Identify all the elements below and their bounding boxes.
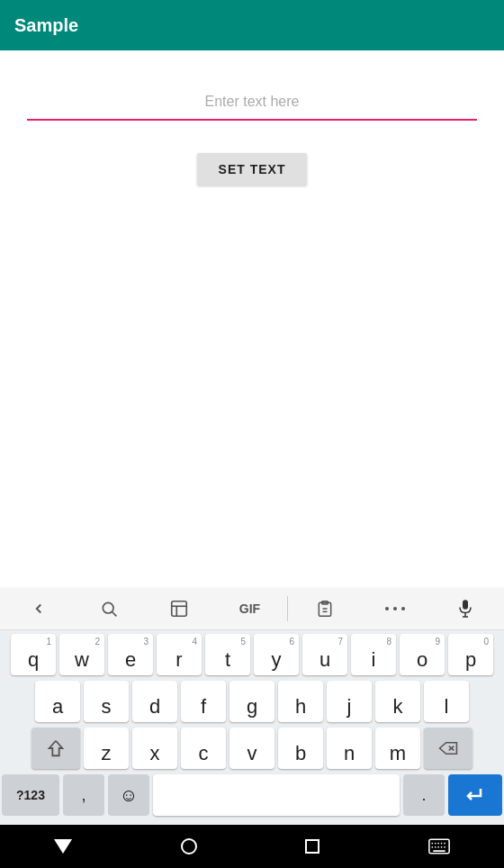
key-h[interactable]: h — [278, 681, 323, 722]
key-sym[interactable]: ?123 — [2, 774, 59, 816]
nav-back-icon — [54, 839, 72, 854]
keyboard-gif-button[interactable]: GIF — [214, 587, 284, 630]
nav-home-icon — [181, 838, 197, 854]
main-content: SET TEXT — [0, 50, 504, 587]
key-backspace[interactable] — [424, 728, 472, 769]
nav-keyboard-button[interactable] — [428, 838, 450, 854]
key-j[interactable]: j — [327, 681, 372, 722]
nav-recents-button[interactable] — [305, 839, 320, 854]
key-i[interactable]: 8i — [351, 634, 396, 675]
key-emoji[interactable]: ☺ — [108, 774, 149, 816]
key-b[interactable]: b — [278, 728, 323, 769]
nav-home-button[interactable] — [181, 838, 197, 854]
key-v[interactable]: v — [230, 728, 274, 769]
key-u[interactable]: 7u — [302, 634, 347, 675]
key-comma[interactable]: , — [63, 774, 104, 816]
svg-point-9 — [385, 607, 389, 610]
svg-line-1 — [112, 611, 117, 616]
key-d[interactable]: d — [132, 681, 177, 722]
nav-bar — [0, 825, 504, 868]
svg-rect-2 — [172, 601, 187, 616]
set-text-button[interactable]: SET TEXT — [197, 153, 308, 185]
keyboard-row-4: ?123 , ☺ . — [2, 774, 502, 816]
nav-recents-icon — [305, 839, 320, 854]
input-underline — [27, 119, 477, 121]
key-n[interactable]: n — [327, 728, 372, 769]
key-w[interactable]: 2w — [59, 634, 104, 675]
svg-point-11 — [401, 607, 405, 610]
key-spacebar[interactable] — [153, 774, 400, 816]
keyboard-clipboard-button[interactable] — [290, 587, 360, 630]
keyboard-row-1: 1q 2w 3e 4r 5t 6y 7u 8i 9o 0p — [2, 634, 502, 675]
keyboard-keys: 1q 2w 3e 4r 5t 6y 7u 8i 9o 0p a s d f g … — [0, 630, 504, 825]
key-p[interactable]: 0p — [448, 634, 493, 675]
key-a[interactable]: a — [35, 681, 80, 722]
key-m[interactable]: m — [375, 728, 420, 769]
key-x[interactable]: x — [132, 728, 177, 769]
key-shift[interactable] — [32, 728, 80, 769]
keyboard-search-button[interactable] — [74, 587, 144, 630]
input-container — [27, 86, 477, 121]
text-input[interactable] — [27, 86, 477, 117]
svg-point-10 — [393, 607, 397, 610]
keyboard-row-3: z x c v b n m — [2, 728, 502, 769]
key-g[interactable]: g — [230, 681, 274, 722]
key-q[interactable]: 1q — [11, 634, 56, 675]
keyboard-sticker-button[interactable] — [144, 587, 214, 630]
svg-point-0 — [104, 602, 114, 613]
key-period[interactable]: . — [403, 774, 445, 816]
key-t[interactable]: 5t — [205, 634, 250, 675]
keyboard-more-button[interactable] — [360, 587, 430, 630]
svg-rect-12 — [463, 600, 468, 610]
key-f[interactable]: f — [181, 681, 226, 722]
key-c[interactable]: c — [181, 728, 226, 769]
toolbar-divider — [287, 596, 288, 621]
key-y[interactable]: 6y — [254, 634, 299, 675]
key-z[interactable]: z — [84, 728, 129, 769]
keyboard-container: GIF — [0, 587, 504, 825]
key-e[interactable]: 3e — [108, 634, 153, 675]
keyboard-mic-button[interactable] — [430, 587, 500, 630]
key-o[interactable]: 9o — [400, 634, 445, 675]
app-bar: Sample — [0, 0, 504, 50]
keyboard-row-2: a s d f g h j k l — [2, 681, 502, 722]
app-title: Sample — [14, 15, 78, 36]
key-r[interactable]: 4r — [157, 634, 202, 675]
key-enter[interactable] — [448, 774, 502, 816]
key-k[interactable]: k — [375, 681, 420, 722]
key-l[interactable]: l — [424, 681, 469, 722]
key-s[interactable]: s — [84, 681, 129, 722]
keyboard-back-button[interactable] — [4, 587, 74, 630]
nav-back-button[interactable] — [54, 839, 72, 854]
keyboard-toolbar: GIF — [0, 587, 504, 630]
